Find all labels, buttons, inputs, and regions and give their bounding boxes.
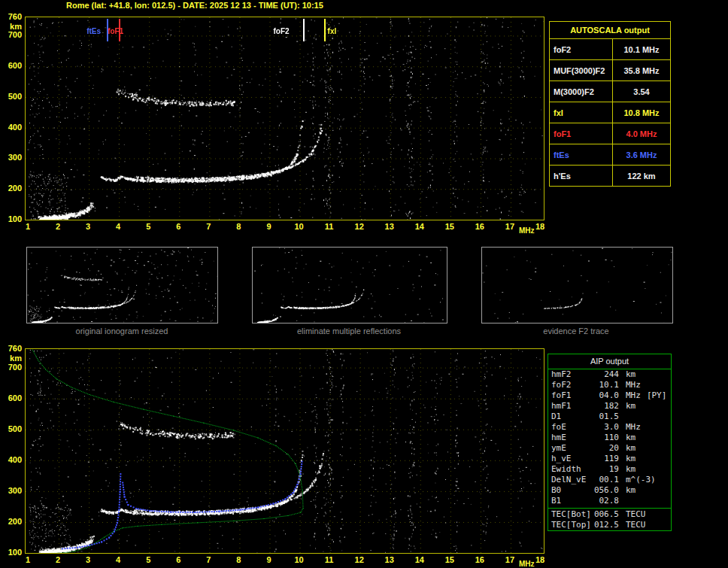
aip-param-label: foF2: [551, 380, 593, 390]
aip-param-value: 04.0: [593, 390, 619, 401]
ionogram-bottom-plot: [25, 348, 544, 554]
aip-table-rows: hmF2244kmfoF210.1MHzfoF104.0MHz[PY]hmF11…: [548, 369, 671, 506]
autoscala-table-rows: foF210.1 MHzMUF(3000)F235.8 MHzM(3000)F2…: [550, 39, 670, 186]
thumbnail-original-canvas: [27, 248, 217, 323]
bottom-ytick-760: 760: [1, 344, 22, 353]
top-ytick-600: 600: [1, 61, 22, 70]
thumbnail-evidence-canvas: [482, 248, 672, 323]
aip-param-unit: m^(-3): [626, 475, 656, 485]
aip-row-fof2: foF210.1MHz: [548, 380, 671, 390]
autoscala-value: 3.54: [613, 81, 670, 102]
aip-param-unit: MHz: [626, 390, 641, 401]
aip-param-label: Ewidth: [551, 464, 593, 475]
autoscala-table: AUTOSCALA output foF210.1 MHzMUF(3000)F2…: [549, 21, 671, 187]
aip-param-label: hmE: [551, 433, 593, 443]
aip-param-label: foF1: [551, 390, 593, 401]
aip-param-unit: km: [626, 485, 635, 496]
bottom-xtick-7: 7: [206, 555, 211, 564]
bottom-ytick-100: 100: [1, 548, 22, 557]
caption-evidence-f2: evidence F2 trace: [543, 327, 608, 336]
aip-param-label: TEC[Bot]: [551, 509, 593, 520]
top-xtick-13: 13: [385, 222, 394, 231]
aip-row-d1: D101.5: [548, 412, 671, 422]
aip-param-value: 19: [593, 464, 619, 475]
aip-param-label: DelN_vE: [551, 475, 593, 485]
ionogram-bottom-canvas: [26, 349, 544, 553]
aip-param-value: 110: [593, 433, 619, 443]
autoscala-value: 122 km: [613, 166, 670, 186]
top-marker-label-fof2: foF2: [274, 27, 290, 35]
aip-row-hmf2: hmF2244km: [548, 369, 671, 380]
autoscala-label: ftEs: [550, 144, 613, 165]
autoscala-row-m3000f2: M(3000)F23.54: [550, 81, 670, 102]
autoscala-label: foF2: [550, 39, 613, 59]
autoscala-label: h'Es: [550, 166, 613, 186]
bottom-xtick-16: 16: [475, 555, 484, 564]
autoscala-label: M(3000)F2: [550, 81, 613, 102]
top-xtick-12: 12: [355, 222, 364, 231]
bottom-xtick-8: 8: [236, 555, 241, 564]
autoscala-label: fxI: [550, 102, 613, 123]
thumbnail-original-ionogram: [26, 247, 218, 323]
top-xtick-11: 11: [325, 222, 334, 231]
bottom-xtick-3: 3: [86, 555, 90, 564]
top-xtick-9: 9: [266, 222, 271, 231]
aip-param-label: hmF1: [551, 401, 593, 412]
aip-param-label: hmF2: [551, 369, 593, 380]
aip-param-label: ymE: [551, 443, 593, 454]
ionogram-top-plot: [25, 17, 544, 220]
top-xtick-17: 17: [505, 222, 514, 231]
aip-param-unit: km: [626, 443, 635, 454]
autoscala-value: 10.8 MHz: [613, 102, 670, 123]
autoscala-row-hes: h'Es122 km: [550, 166, 670, 186]
ionogram-top-canvas: [26, 17, 544, 220]
aip-param-label: foE: [551, 422, 593, 433]
bottom-xtick-13: 13: [385, 555, 394, 564]
aip-param-unit: TECU: [626, 509, 646, 520]
top-xtick-14: 14: [415, 222, 424, 231]
aip-row-fof1: foF104.0MHz[PY]: [548, 390, 671, 401]
bottom-xtick-12: 12: [355, 555, 364, 564]
aip-param-label: TEC[Top]: [551, 520, 593, 530]
bottom-y-axis-unit: km: [1, 354, 22, 363]
aip-row-delnve: DelN_vE00.1m^(-3): [548, 475, 671, 485]
bottom-xtick-6: 6: [176, 555, 180, 564]
autoscala-value: 35.8 MHz: [613, 60, 670, 80]
aip-param-unit: km: [626, 454, 635, 464]
top-xtick-5: 5: [146, 222, 150, 231]
autoscala-label: foF1: [550, 123, 613, 144]
aip-param-value: 244: [593, 369, 619, 380]
bottom-xtick-18: 18: [535, 555, 544, 564]
aip-row-tectop: TEC[Top]012.5TECU: [548, 520, 671, 530]
aip-param-value: 056.0: [593, 485, 619, 496]
caption-original-ionogram: original ionogram resized: [76, 327, 168, 336]
top-ytick-100: 100: [1, 214, 22, 223]
aip-param-label: h_vE: [551, 454, 593, 464]
aip-row-hve: h_vE119km: [548, 454, 671, 464]
bottom-ytick-400: 400: [1, 455, 22, 464]
thumbnail-eliminate-reflections: [252, 247, 447, 323]
bottom-ytick-600: 600: [1, 393, 22, 402]
top-xtick-3: 3: [86, 222, 90, 231]
bottom-xtick-11: 11: [325, 555, 334, 564]
autoscala-value: 3.6 MHz: [613, 144, 670, 165]
aip-param-value: 20: [593, 443, 619, 454]
thumbnail-eliminate-canvas: [253, 248, 447, 323]
top-xtick-1: 1: [26, 222, 30, 231]
bottom-xtick-14: 14: [415, 555, 424, 564]
bottom-x-axis-unit: MHz: [519, 560, 535, 568]
top-xtick-10: 10: [294, 222, 303, 231]
aip-param-label: B0: [551, 485, 593, 496]
top-xtick-4: 4: [116, 222, 120, 231]
aip-param-value: 01.5: [593, 412, 619, 422]
top-ytick-500: 500: [1, 92, 22, 101]
aip-param-unit: TECU: [626, 520, 646, 530]
caption-eliminate-reflections: eliminate multiple reflections: [297, 327, 401, 336]
aip-row-b1: B102.8: [548, 496, 671, 506]
top-marker-label-ftes: ftEs: [86, 27, 101, 35]
aip-row-yme: ymE20km: [548, 443, 671, 454]
aip-param-unit: km: [626, 433, 635, 443]
aip-param-extra: [PY]: [647, 390, 667, 401]
aip-row-b0: B0056.0km: [548, 485, 671, 496]
aip-tec-rows: TEC[Bot]006.5TECUTEC[Top]012.5TECU: [548, 508, 671, 530]
